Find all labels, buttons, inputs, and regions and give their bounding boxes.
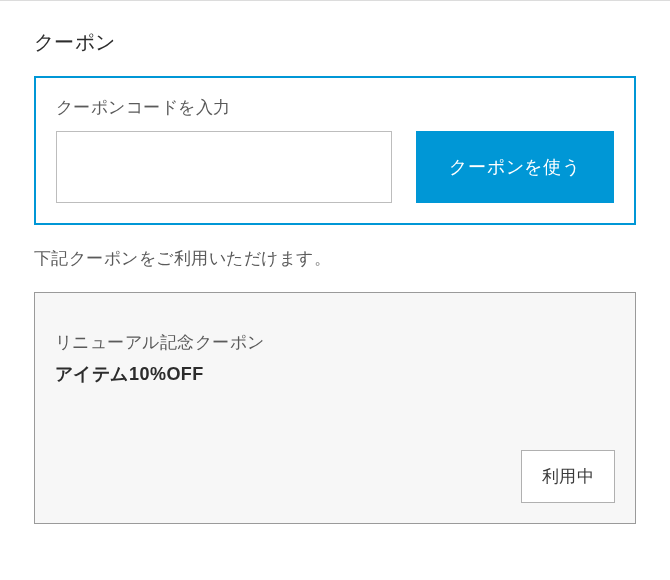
coupon-name: リニューアル記念クーポン bbox=[55, 331, 615, 354]
coupon-benefit: アイテム10%OFF bbox=[55, 362, 615, 386]
coupon-status-badge[interactable]: 利用中 bbox=[521, 450, 615, 503]
section-title: クーポン bbox=[34, 29, 636, 56]
available-coupons-text: 下記クーポンをご利用いただけます。 bbox=[34, 247, 636, 270]
coupon-code-label: クーポンコードを入力 bbox=[56, 96, 614, 119]
coupon-card: リニューアル記念クーポン アイテム10%OFF 利用中 bbox=[34, 292, 636, 524]
coupon-entry-box: クーポンコードを入力 クーポンを使う bbox=[34, 76, 636, 225]
apply-coupon-button[interactable]: クーポンを使う bbox=[416, 131, 614, 203]
coupon-code-input[interactable] bbox=[56, 131, 392, 203]
